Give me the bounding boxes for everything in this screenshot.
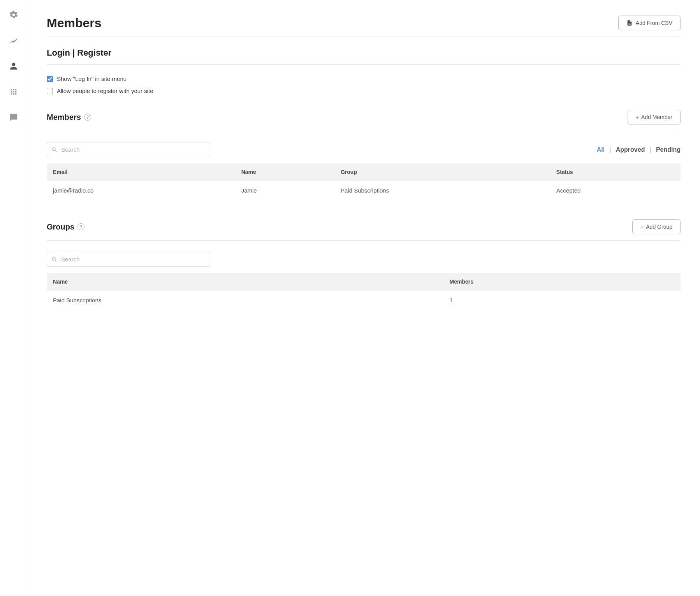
search-icon	[51, 147, 58, 153]
filter-approved-tab[interactable]: Approved	[616, 146, 645, 153]
plus-icon: +	[636, 114, 639, 120]
groups-divider	[47, 240, 681, 241]
page-title: Members	[47, 16, 102, 30]
groups-section-title: Groups ?	[47, 223, 84, 231]
col-group: Group	[334, 163, 550, 181]
col-group-name: Name	[47, 273, 443, 291]
group-name: Paid Subscriptions	[47, 291, 443, 310]
groups-search-icon	[51, 256, 58, 263]
filter-all-tab[interactable]: All	[597, 146, 605, 153]
sidebar-item-messages[interactable]	[7, 110, 21, 124]
filter-pending-tab[interactable]: Pending	[656, 146, 681, 153]
members-table-header-row: Email Name Group Status	[47, 163, 681, 181]
header-divider	[47, 37, 681, 37]
members-search-bar-wrap: All | Approved | Pending	[47, 142, 681, 157]
add-member-button[interactable]: + Add Member	[628, 110, 681, 124]
add-csv-label: Add From CSV	[636, 20, 672, 26]
filter-sep-1: |	[609, 146, 611, 153]
groups-search-input-wrap	[47, 252, 210, 267]
groups-search-wrap	[47, 252, 681, 267]
filter-sep-2: |	[649, 146, 651, 153]
allow-register-row: Allow people to register with your site	[47, 88, 681, 94]
member-name: Jamie	[235, 181, 334, 200]
sidebar-item-settings[interactable]	[7, 8, 21, 22]
col-status: Status	[550, 163, 681, 181]
login-register-title: Login | Register	[47, 48, 681, 58]
members-search-input[interactable]	[47, 142, 210, 157]
groups-table: Name Members Paid Subscriptions 1	[47, 273, 681, 310]
col-name: Name	[235, 163, 334, 181]
col-group-members: Members	[443, 273, 681, 291]
members-table-body: jamie@radio.co Jamie Paid Subscriptions …	[47, 181, 681, 200]
list-item: Paid Subscriptions 1	[47, 291, 681, 310]
sidebar-item-apps[interactable]	[7, 85, 21, 99]
plus-icon-group: +	[640, 224, 644, 230]
page-header: Members Add From CSV	[47, 16, 681, 30]
member-status: Accepted	[550, 181, 681, 200]
members-filter-tabs: All | Approved | Pending	[597, 146, 681, 153]
groups-section: Groups ? + Add Group Name Members	[47, 219, 681, 310]
members-divider	[47, 131, 681, 131]
sidebar	[0, 0, 27, 596]
groups-table-header-row: Name Members	[47, 273, 681, 291]
members-table: Email Name Group Status jamie@radio.co J…	[47, 163, 681, 200]
group-members: 1	[443, 291, 681, 310]
col-email: Email	[47, 163, 235, 181]
show-login-label[interactable]: Show "Log In" in site menu	[57, 75, 127, 82]
show-login-checkbox[interactable]	[47, 76, 53, 82]
members-section-header: Members ? + Add Member	[47, 110, 681, 124]
add-group-button[interactable]: + Add Group	[632, 219, 681, 234]
login-register-section: Login | Register Show "Log In" in site m…	[47, 48, 681, 94]
csv-icon	[626, 20, 633, 26]
members-table-head: Email Name Group Status	[47, 163, 681, 181]
table-row: jamie@radio.co Jamie Paid Subscriptions …	[47, 181, 681, 200]
groups-search-input[interactable]	[47, 252, 210, 267]
members-help-icon[interactable]: ?	[84, 114, 91, 121]
allow-register-checkbox[interactable]	[47, 88, 53, 94]
allow-register-label[interactable]: Allow people to register with your site	[57, 88, 153, 94]
login-register-divider	[47, 64, 681, 65]
show-login-row: Show "Log In" in site menu	[47, 75, 681, 82]
member-group: Paid Subscriptions	[334, 181, 550, 200]
members-section: Members ? + Add Member All | Approved |	[47, 110, 681, 200]
groups-section-header: Groups ? + Add Group	[47, 219, 681, 234]
groups-help-icon[interactable]: ?	[77, 223, 84, 230]
members-search-wrap	[47, 142, 210, 157]
member-email: jamie@radio.co	[47, 181, 235, 200]
groups-table-body: Paid Subscriptions 1	[47, 291, 681, 310]
main-content: Members Add From CSV Login | Register Sh…	[27, 0, 700, 596]
sidebar-item-analytics[interactable]	[7, 33, 21, 47]
groups-table-head: Name Members	[47, 273, 681, 291]
sidebar-item-members[interactable]	[7, 59, 21, 73]
add-from-csv-button[interactable]: Add From CSV	[618, 16, 681, 30]
members-section-title: Members ?	[47, 113, 91, 122]
